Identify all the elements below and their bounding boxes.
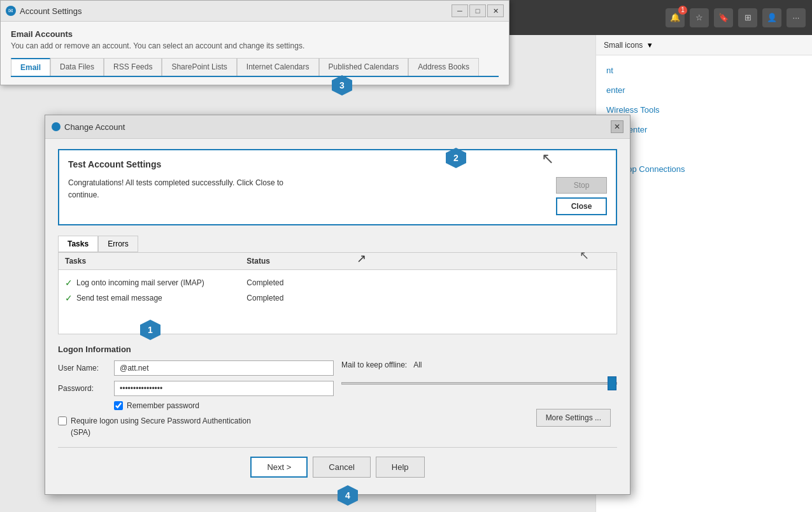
grid-icon-btn[interactable]: ⊞ — [738, 8, 757, 27]
remember-password-label: Remember password — [127, 401, 199, 410]
window-minimize-btn[interactable]: ─ — [452, 4, 468, 17]
logon-right-col: Mail to keep offline: All More Settings … — [341, 360, 617, 427]
sidebar-item-enter[interactable]: enter — [596, 80, 812, 100]
task-name-1: ✓ Log onto incoming mail server (IMAP) — [65, 278, 246, 288]
remember-password-row: Remember password — [114, 401, 334, 410]
tab-sharepoint[interactable]: SharePoint Lists — [162, 58, 236, 76]
task-status-1: Completed — [246, 278, 428, 287]
logon-left-col: User Name: Password: Remember password R… — [58, 360, 334, 438]
account-tabs: Email Data Files RSS Feeds SharePoint Li… — [11, 58, 499, 77]
star-icon: ☆ — [695, 13, 703, 22]
sidebar-item-nt[interactable]: nt — [596, 60, 812, 80]
password-row: Password: — [58, 381, 334, 396]
window-maximize-btn[interactable]: □ — [469, 4, 486, 17]
table-row: ✓ Send test email message Completed — [65, 290, 610, 306]
bell-icon: 🔔 — [670, 13, 680, 22]
cancel-button[interactable]: Cancel — [313, 457, 370, 478]
window-controls: ─ □ ✕ — [452, 4, 504, 17]
more-options-btn[interactable]: ··· — [787, 8, 806, 27]
dialog-title-left: Change Account — [52, 122, 125, 132]
stop-button[interactable]: Stop — [556, 177, 607, 194]
test-panel-body: Congratulations! All tests completed suc… — [68, 177, 607, 215]
tab-address-books[interactable]: Address Books — [408, 58, 479, 76]
col-tasks: Tasks — [65, 257, 246, 266]
section-title: Email Accounts — [11, 29, 499, 39]
logon-grid: User Name: Password: Remember password R… — [58, 360, 617, 438]
password-input[interactable] — [114, 381, 334, 396]
browser-icon-group: 🔔 1 ☆ 🔖 ⊞ 👤 ··· — [666, 8, 806, 27]
col-extra — [429, 257, 610, 266]
tasks-tabs: Tasks Errors — [58, 236, 617, 252]
password-label: Password: — [58, 384, 109, 393]
tab-errors[interactable]: Errors — [98, 236, 138, 252]
change-account-titlebar: Change Account ✕ — [45, 115, 630, 139]
check-icon-2: ✓ — [65, 293, 73, 303]
remember-password-checkbox[interactable] — [114, 401, 123, 410]
test-panel-buttons: Stop Close — [556, 177, 607, 215]
logon-title: Logon Information — [58, 345, 617, 354]
check-icon-1: ✓ — [65, 278, 73, 288]
more-settings-button[interactable]: More Settings ... — [536, 409, 611, 427]
username-input[interactable] — [114, 360, 334, 376]
mail-offline-label: Mail to keep offline: — [341, 360, 407, 369]
mail-offline-value: All — [413, 360, 422, 369]
test-panel-title: Test Account Settings — [68, 159, 607, 169]
sidebar-header: Small icons ▾ — [596, 35, 812, 55]
user-avatar[interactable]: 👤 — [762, 8, 781, 27]
logon-section: Logon Information User Name: Password: R… — [58, 345, 617, 438]
close-button[interactable]: Close — [556, 197, 607, 215]
dialog-bottom-buttons: Next > Cancel Help — [58, 447, 617, 484]
mail-offline-row: Mail to keep offline: All — [341, 360, 617, 369]
spa-checkbox[interactable] — [58, 416, 67, 425]
outlook-icon: ✉ — [6, 6, 16, 16]
star-icon-btn[interactable]: ☆ — [690, 8, 709, 27]
test-panel-message: Congratulations! All tests completed suc… — [68, 177, 310, 201]
tab-internet-calendars[interactable]: Internet Calendars — [237, 58, 319, 76]
account-settings-title: Account Settings — [20, 6, 82, 16]
dialog-icon — [52, 122, 61, 131]
window-close-btn[interactable]: ✕ — [487, 4, 504, 17]
tab-published-calendars[interactable]: Published Calendars — [319, 58, 409, 76]
section-desc: You can add or remove an account. You ca… — [11, 41, 499, 50]
bookmark-icon: 🔖 — [718, 13, 729, 22]
ellipsis-icon: ··· — [793, 13, 800, 22]
dialog-body: Test Account Settings Congratulations! A… — [45, 139, 630, 494]
table-row: ✓ Log onto incoming mail server (IMAP) C… — [65, 275, 610, 290]
help-button[interactable]: Help — [376, 457, 425, 478]
spa-row: Require logon using Secure Password Auth… — [58, 415, 334, 438]
task-status-2: Completed — [246, 294, 428, 302]
spa-label: Require logon using Secure Password Auth… — [71, 415, 262, 438]
account-settings-content: Email Accounts You can add or remove an … — [1, 22, 509, 85]
tab-tasks[interactable]: Tasks — [58, 236, 98, 252]
dialog-title: Change Account — [64, 122, 125, 132]
col-status: Status — [246, 257, 428, 266]
change-account-dialog: Change Account ✕ Test Account Settings C… — [45, 115, 630, 495]
titlebar-left: ✉ Account Settings — [6, 6, 82, 16]
chevron-down-icon: ▾ — [648, 40, 652, 50]
account-settings-titlebar: ✉ Account Settings ─ □ ✕ — [1, 1, 509, 22]
username-row: User Name: — [58, 360, 334, 376]
tasks-table-header: Tasks Status — [59, 253, 616, 270]
small-icons-label: Small icons — [604, 41, 643, 50]
tab-rss-feeds[interactable]: RSS Feeds — [104, 58, 162, 76]
test-settings-panel: Test Account Settings Congratulations! A… — [58, 149, 617, 225]
grid-icon: ⊞ — [744, 13, 751, 22]
dialog-close-btn[interactable]: ✕ — [611, 120, 623, 133]
notification-icon-btn[interactable]: 🔔 1 — [666, 8, 685, 27]
account-settings-window: ✉ Account Settings ─ □ ✕ Email Accounts … — [0, 0, 509, 85]
person-icon: 👤 — [767, 13, 777, 22]
next-button[interactable]: Next > — [250, 457, 308, 478]
bookmark-icon-btn[interactable]: 🔖 — [714, 8, 733, 27]
username-label: User Name: — [58, 364, 109, 373]
slider-thumb[interactable] — [608, 376, 616, 390]
task-name-2: ✓ Send test email message — [65, 293, 246, 303]
tasks-table: Tasks Status ✓ Log onto incoming mail se… — [58, 252, 617, 334]
tab-data-files[interactable]: Data Files — [50, 58, 104, 76]
notification-badge: 1 — [678, 6, 687, 15]
tab-email[interactable]: Email — [11, 58, 50, 76]
offline-slider[interactable] — [341, 377, 617, 390]
slider-track — [341, 382, 617, 385]
